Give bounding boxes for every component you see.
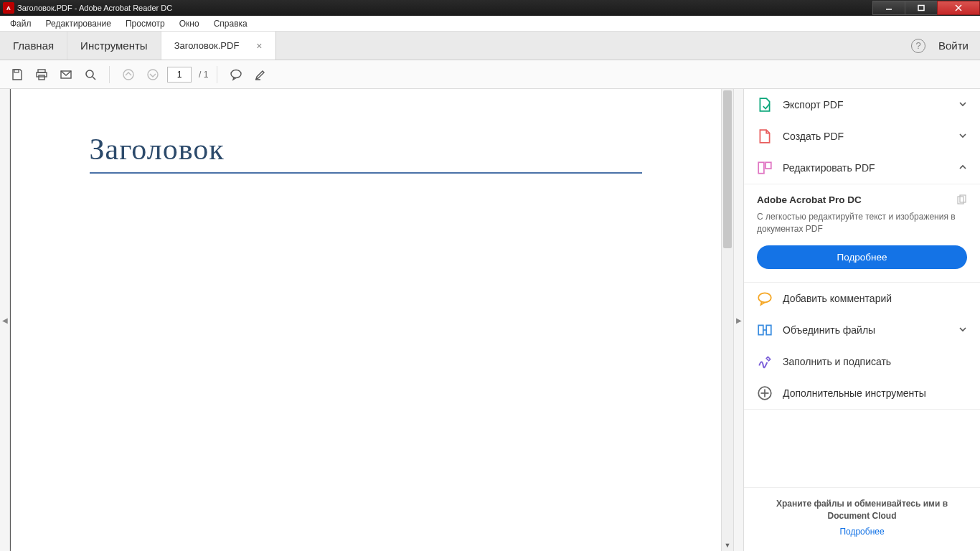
document-pane[interactable]: Заголовок <box>10 89 721 551</box>
svg-rect-7 <box>39 75 44 80</box>
tab-tools[interactable]: Инструменты <box>67 32 161 60</box>
tab-close-icon[interactable]: × <box>256 40 262 52</box>
svg-rect-6 <box>37 72 47 77</box>
fill-sign-item[interactable]: Заполнить и подписать <box>744 346 980 377</box>
tabs-row: Главная Инструменты Заголовок.PDF × ? Во… <box>0 32 980 60</box>
left-panel-toggle[interactable]: ◀ <box>0 89 10 551</box>
export-icon <box>757 98 773 112</box>
edit-pdf-item[interactable]: Редактировать PDF <box>744 152 980 184</box>
toolbar: / 1 <box>0 60 980 89</box>
plus-circle-icon <box>757 386 773 400</box>
menu-help[interactable]: Справка <box>207 17 255 30</box>
add-comment-label: Добавить комментарий <box>783 293 892 304</box>
menu-window[interactable]: Окно <box>172 17 207 30</box>
toolbar-separator <box>217 66 217 83</box>
menubar: Файл Редактирование Просмотр Окно Справк… <box>0 16 980 32</box>
minimize-button[interactable] <box>872 1 905 15</box>
svg-point-13 <box>231 70 241 77</box>
right-panel-toggle[interactable]: ▶ <box>733 89 743 551</box>
menu-file[interactable]: Файл <box>3 17 39 30</box>
pdf-page: Заголовок <box>11 89 721 551</box>
window-titlebar: A Заголовок.PDF - Adobe Acrobat Reader D… <box>0 0 980 16</box>
close-button[interactable] <box>937 1 980 15</box>
page-up-icon[interactable] <box>118 65 138 85</box>
fill-sign-label: Заполнить и подписать <box>783 356 891 367</box>
comment-bubble-icon[interactable] <box>226 65 246 85</box>
promo-learn-more-button[interactable]: Подробнее <box>757 245 967 269</box>
combine-icon <box>757 323 773 337</box>
svg-rect-20 <box>758 325 763 334</box>
menu-view[interactable]: Просмотр <box>118 17 172 30</box>
promo-text: С легкостью редактируйте текст и изображ… <box>757 211 967 235</box>
email-icon[interactable] <box>56 65 76 85</box>
menu-edit[interactable]: Редактирование <box>39 17 118 30</box>
right-panel-footer: Храните файлы и обменивайтесь ими в Docu… <box>744 487 980 551</box>
svg-point-9 <box>86 70 93 77</box>
sign-icon <box>757 354 773 369</box>
toolbar-separator <box>109 66 110 83</box>
export-pdf-item[interactable]: Экспорт PDF <box>744 89 980 121</box>
svg-point-19 <box>758 293 771 302</box>
svg-rect-4 <box>14 70 19 72</box>
app-icon: A <box>3 2 14 14</box>
create-icon <box>757 129 773 143</box>
svg-rect-16 <box>765 162 771 169</box>
edit-icon <box>757 161 773 175</box>
search-icon[interactable] <box>80 65 100 85</box>
vertical-scrollbar[interactable]: ▲ ▼ <box>721 89 733 551</box>
promo-title: Adobe Acrobat Pro DC <box>757 194 967 205</box>
save-icon[interactable] <box>7 65 27 85</box>
footer-link[interactable]: Подробнее <box>757 527 967 537</box>
document-heading: Заголовок <box>90 132 642 174</box>
svg-rect-21 <box>766 325 771 334</box>
print-icon[interactable] <box>32 65 52 85</box>
svg-point-12 <box>148 70 158 80</box>
export-pdf-label: Экспорт PDF <box>783 99 844 110</box>
chevron-up-icon <box>958 162 967 174</box>
signin-area: ? Войти <box>900 32 980 60</box>
add-comment-item[interactable]: Добавить комментарий <box>744 283 980 314</box>
more-tools-item[interactable]: Дополнительные инструменты <box>744 377 980 409</box>
combine-files-item[interactable]: Объединить файлы <box>744 314 980 346</box>
scroll-down-arrow[interactable]: ▼ <box>722 539 733 551</box>
create-pdf-item[interactable]: Создать PDF <box>744 121 980 152</box>
chevron-down-icon <box>958 131 967 142</box>
tab-home[interactable]: Главная <box>0 32 67 60</box>
svg-line-10 <box>93 77 95 80</box>
svg-rect-15 <box>758 162 764 173</box>
combine-files-label: Объединить файлы <box>783 324 875 336</box>
edit-pdf-label: Редактировать PDF <box>783 162 875 174</box>
highlight-pen-icon[interactable] <box>250 65 270 85</box>
scroll-thumb[interactable] <box>723 90 732 248</box>
more-tools-label: Дополнительные инструменты <box>783 387 926 399</box>
window-title: Заголовок.PDF - Adobe Acrobat Reader DC <box>17 4 172 12</box>
svg-point-11 <box>123 70 133 80</box>
promo-panel: Adobe Acrobat Pro DC С легкостью редакти… <box>744 184 980 283</box>
chevron-down-icon <box>958 324 967 336</box>
page-total-label: / 1 <box>199 70 208 80</box>
footer-text: Храните файлы и обменивайтесь ими в Docu… <box>757 498 967 522</box>
chevron-down-icon <box>958 99 967 110</box>
right-panel: Экспорт PDF Создать PDF Редактировать PD… <box>743 89 980 551</box>
create-pdf-label: Создать PDF <box>783 131 844 142</box>
comment-icon <box>757 291 773 306</box>
page-number-input[interactable] <box>167 67 192 83</box>
main-area: ◀ Заголовок ▲ ▼ ▶ Экспорт PDF Создать PD… <box>0 89 980 551</box>
signin-button[interactable]: Войти <box>938 39 969 52</box>
tab-document[interactable]: Заголовок.PDF × <box>161 32 276 60</box>
svg-rect-1 <box>918 6 924 11</box>
copy-icon[interactable] <box>956 194 967 209</box>
page-down-icon[interactable] <box>143 65 163 85</box>
tab-document-label: Заголовок.PDF <box>174 40 240 51</box>
help-icon[interactable]: ? <box>911 39 925 53</box>
maximize-button[interactable] <box>905 1 938 15</box>
